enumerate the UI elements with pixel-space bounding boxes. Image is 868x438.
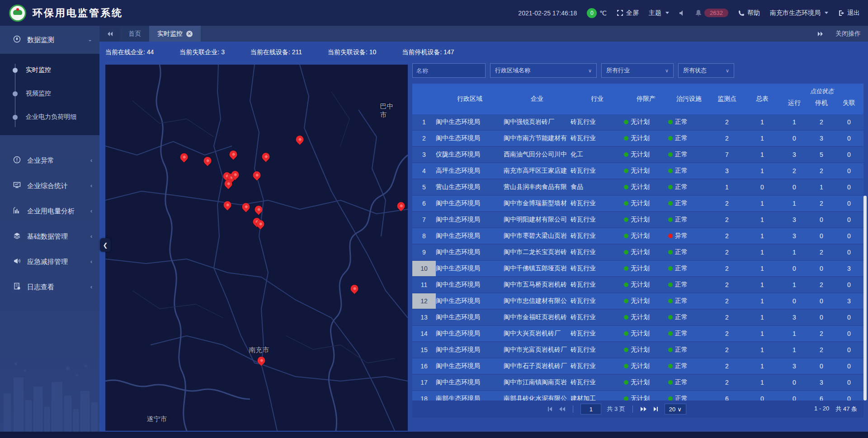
cell-monitor-count: 2 (710, 200, 744, 207)
next-page-button[interactable] (640, 406, 647, 412)
table-row[interactable]: 12 阆中生态环境局 阆中市忠信建材有限公 砖瓦行业 无计划 正常 2 1 0 … (412, 293, 863, 309)
status-dot-icon (668, 169, 673, 173)
theme-dropdown[interactable]: 主题 (649, 9, 669, 17)
page-number-input[interactable] (580, 404, 601, 414)
user-org-dropdown[interactable]: 南充市生态环境局 (770, 9, 828, 17)
table-row[interactable]: 4 高坪生态环境局 南充市高坪区王家店建 砖瓦行业 无计划 正常 3 1 2 2… (412, 163, 863, 179)
help-button[interactable]: 帮助 (738, 9, 760, 17)
cell-monitor-count: 2 (710, 232, 744, 240)
sidebar-item-emergency-reduction[interactable]: 应急减排管理‹ (0, 249, 99, 274)
sidebar-item-realtime-monitoring[interactable]: 实时监控 (0, 58, 99, 82)
cell-region: 阆中生态环境局 (436, 118, 504, 126)
close-operations-dropdown[interactable]: 关闭操作 (835, 30, 861, 38)
sidebar-item-video-monitoring[interactable]: 视频监控 (0, 82, 99, 105)
cell-company: 阆中市五马桥页岩机砖 (504, 281, 571, 289)
sidebar-item-enterprise-statistics[interactable]: 企业综合统计‹ (0, 173, 99, 198)
gauge-icon (13, 35, 21, 44)
sound-button[interactable] (679, 10, 685, 16)
region-select[interactable]: 行政区域名称∨ (490, 63, 597, 78)
status-select[interactable]: 所有状态∨ (678, 63, 734, 78)
bullet-dot-icon (13, 91, 18, 96)
sidebar-item-log-view[interactable]: 日志查看‹ (0, 274, 99, 300)
tabs-scroll-left-button[interactable] (99, 26, 120, 42)
sidebar-item-power-load-detail[interactable]: 企业电力负荷明细 (0, 105, 99, 129)
prev-page-button[interactable] (558, 406, 566, 412)
cell-region: 南部生态环境局 (436, 395, 504, 400)
status-dot-icon (624, 299, 628, 303)
table-row[interactable]: 5 营山生态环境局 营山县润丰肉食品有限 食品 无计划 正常 1 0 0 1 0 (412, 179, 863, 195)
table-row[interactable]: 10 阆中生态环境局 阆中千佛镇五郎垭页岩 砖瓦行业 无计划 正常 2 1 0 … (412, 261, 863, 276)
cell-region: 阆中生态环境局 (436, 297, 504, 305)
row-number: 14 (412, 326, 436, 341)
last-page-button[interactable] (653, 406, 659, 412)
cell-total-meter: 1 (744, 297, 780, 305)
page-size-select[interactable]: 20∨ (665, 404, 686, 414)
cell-company: 阆中明阳建材有限公司 (504, 216, 571, 224)
table-row[interactable]: 13 阆中生态环境局 阆中市金福旺页岩机砖 砖瓦行业 无计划 正常 2 1 3 … (412, 310, 863, 325)
cell-total-meter: 1 (744, 346, 780, 353)
table-row[interactable]: 17 阆中生态环境局 阆中市江南镇阆南页岩 砖瓦行业 无计划 正常 2 1 0 … (412, 375, 863, 390)
logout-button[interactable]: 退出 (838, 9, 860, 17)
cell-monitor-count: 2 (710, 297, 744, 305)
notifications-button[interactable]: 2632 (695, 9, 728, 17)
table-row[interactable]: 6 阆中生态环境局 阆中市金博瑞新型墙材 砖瓦行业 无计划 正常 2 1 1 2… (412, 196, 863, 211)
cell-monitor-count: 2 (710, 379, 744, 386)
table-row[interactable]: 9 阆中生态环境局 阆中市二龙长宝页岩砖 砖瓦行业 无计划 正常 2 1 1 2… (412, 245, 863, 260)
cell-stop-plan: 无计划 (624, 264, 668, 273)
tabs-scroll-right-button double-right-icon[interactable] (817, 31, 824, 37)
fullscreen-button[interactable]: 全屏 (617, 9, 639, 17)
cell-total-meter: 1 (744, 200, 780, 207)
sidebar-item-power-usage-analysis[interactable]: 企业用电量分析‹ (0, 198, 99, 224)
cell-lost-count: 0 (835, 151, 863, 158)
map-panel[interactable]: ❮ 巴中市南充市遂宁市 (105, 65, 408, 431)
cell-run-count: 1 (780, 118, 808, 126)
sidebar-item-basic-data-management[interactable]: 基础数据管理‹ (0, 224, 99, 249)
cell-run-count: 3 (780, 151, 808, 158)
cell-industry: 砖瓦行业 (571, 346, 624, 354)
datetime: 2021-02-25 17:46:18 (518, 9, 577, 17)
tab-realtime-monitoring[interactable]: 实时监控 ✕ (149, 26, 201, 42)
name-search-input[interactable] (412, 63, 486, 78)
sidebar-item-enterprise-abnormal[interactable]: 企业异常‹ (0, 148, 99, 173)
tab-home[interactable]: 首页 (120, 26, 149, 42)
cell-halt-count: 2 (808, 249, 835, 256)
sidebar-item-data-monitoring[interactable]: 数据监测 ⌄ (0, 26, 99, 54)
industry-select[interactable]: 所有行业∨ (601, 63, 674, 78)
cell-facility: 正常 (668, 183, 710, 191)
table-row[interactable]: 15 阆中生态环境局 阆中市光富页岩机砖厂 砖瓦行业 无计划 正常 2 1 1 … (412, 342, 863, 358)
row-number: 9 (412, 245, 436, 260)
status-dot-icon (624, 136, 628, 141)
alert-circle-icon (13, 156, 21, 165)
cell-facility: 正常 (668, 330, 710, 338)
chevron-down-icon: ∨ (665, 68, 669, 74)
cell-lost-count: 0 (835, 118, 863, 126)
cell-lost-count: 0 (835, 330, 863, 337)
status-dot-icon (624, 217, 628, 222)
table-row[interactable]: 3 仪陇生态环境局 西南油气田分公司川中 化工 无计划 正常 7 1 3 5 0 (412, 147, 863, 162)
app-header: 环保用电监管系统 2021-02-25 17:46:18 0 ℃ 全屏 主题 2… (0, 0, 868, 26)
table-scrollbar-thumb[interactable] (863, 196, 867, 400)
sidebar-collapse-button[interactable]: ❮ (100, 238, 111, 252)
temperature-unit: ℃ (599, 9, 607, 17)
table-row[interactable]: 18 南部生态环境局 南部县砖化水泥有限公 建材加工 无计划 正常 6 0 0 … (412, 391, 863, 400)
table-row[interactable]: 7 阆中生态环境局 阆中明阳建材有限公司 砖瓦行业 无计划 正常 2 1 3 0… (412, 212, 863, 227)
table-row[interactable]: 16 阆中生态环境局 阆中市石子页岩机砖厂 砖瓦行业 无计划 正常 2 1 3 … (412, 358, 863, 374)
table-row[interactable]: 2 阆中生态环境局 阆中市南方节能建材有 砖瓦行业 无计划 正常 2 1 0 3… (412, 131, 863, 146)
table-row[interactable]: 14 阆中生态环境局 阆中大兴页岩机砖厂 砖瓦行业 无计划 正常 2 1 1 2… (412, 326, 863, 341)
first-page-button[interactable] (547, 406, 553, 412)
cell-industry: 食品 (571, 183, 624, 191)
col-region: 行政区域 (436, 95, 504, 103)
cell-total-meter: 1 (744, 135, 780, 142)
status-dot-icon (624, 152, 628, 157)
cell-run-count: 1 (780, 281, 808, 288)
status-dot-icon (668, 201, 673, 206)
table-row[interactable]: 1 阆中生态环境局 阆中强锐页岩砖厂 砖瓦行业 无计划 正常 2 1 1 2 0 (412, 114, 863, 130)
cell-company: 阆中强锐页岩砖厂 (504, 118, 571, 126)
status-dot-icon (624, 266, 628, 271)
cell-industry: 砖瓦行业 (571, 232, 624, 240)
status-dot-icon (624, 250, 628, 254)
table-row[interactable]: 11 阆中生态环境局 阆中市五马桥页岩机砖 砖瓦行业 无计划 正常 2 1 1 … (412, 277, 863, 292)
col-monitor: 监测点 (710, 95, 744, 103)
table-row[interactable]: 8 阆中生态环境局 阆中市枣碧大梁山页岩 砖瓦行业 无计划 异常 2 1 3 0… (412, 228, 863, 244)
tab-close-icon[interactable]: ✕ (186, 31, 193, 37)
